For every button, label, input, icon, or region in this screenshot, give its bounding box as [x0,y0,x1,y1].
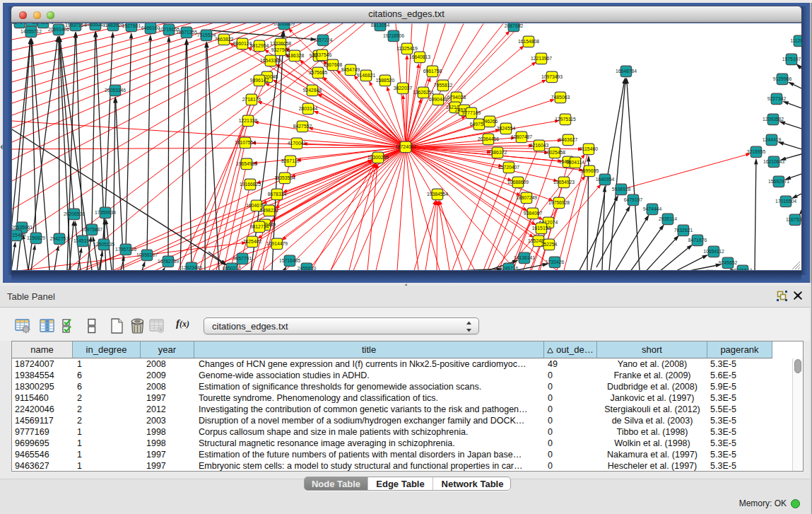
svg-text:19654923: 19654923 [553,180,574,185]
svg-text:14136141: 14136141 [513,255,534,260]
svg-text:15720407: 15720407 [498,165,519,170]
svg-text:16640813: 16640813 [408,54,430,59]
svg-text:19166825: 19166825 [239,182,260,187]
svg-text:1575107: 1575107 [782,57,801,62]
svg-text:2803144: 2803144 [298,106,317,111]
svg-text:10975887: 10975887 [81,227,102,232]
svg-text:5938928: 5938928 [611,187,630,192]
svg-text:1145194: 1145194 [73,238,92,243]
svg-text:12093582: 12093582 [762,117,783,122]
svg-text:7663822: 7663822 [214,37,233,42]
svg-text:9804114: 9804114 [566,160,584,165]
svg-text:3824554: 3824554 [496,126,515,131]
svg-text:6479197: 6479197 [623,197,642,202]
svg-text:9812734: 9812734 [249,224,269,229]
svg-text:9129966: 9129966 [772,76,792,81]
svg-text:7632621: 7632621 [673,228,693,233]
svg-text:16033809: 16033809 [273,23,294,26]
svg-text:746266: 746266 [481,119,498,124]
svg-text:10807487: 10807487 [510,134,531,139]
svg-text:8912954: 8912954 [249,43,269,48]
svg-text:9699695: 9699695 [579,168,599,173]
svg-text:16210643: 16210643 [763,159,784,164]
svg-text:19937154: 19937154 [64,23,86,28]
svg-text:9337546: 9337546 [312,52,331,57]
svg-text:4170041: 4170041 [287,141,306,146]
svg-text:18300295: 18300295 [367,155,388,160]
svg-text:12975115: 12975115 [555,117,576,122]
svg-text:6466160: 6466160 [141,25,160,30]
svg-text:15716485: 15716485 [278,258,300,263]
svg-text:11483920: 11483920 [102,23,124,28]
svg-text:8186328: 8186328 [285,53,304,58]
svg-text:17359934: 17359934 [94,210,115,215]
svg-text:6794028: 6794028 [447,95,466,100]
svg-text:2367608: 2367608 [323,62,342,67]
svg-text:19756928: 19756928 [548,200,569,205]
svg-text:9384067: 9384067 [523,211,542,216]
svg-text:6990448: 6990448 [428,97,447,102]
svg-text:12213967: 12213967 [530,56,551,61]
svg-text:5498222: 5498222 [259,208,278,213]
svg-text:2718176: 2718176 [242,97,261,102]
svg-text:16648784: 16648784 [615,69,636,74]
svg-text:9146821: 9146821 [356,73,375,78]
svg-text:8427552: 8427552 [293,124,312,129]
svg-text:2942757: 2942757 [49,236,69,241]
svg-text:8813054: 8813054 [370,23,389,28]
svg-text:6216043: 6216043 [529,143,548,148]
svg-text:2455810: 2455810 [297,266,316,270]
svg-text:10688609: 10688609 [507,180,528,185]
svg-text:10654112: 10654112 [703,249,724,254]
svg-text:7345512: 7345512 [733,268,752,270]
svg-text:10958107: 10958107 [136,252,157,257]
svg-text:20712345: 20712345 [32,23,53,25]
svg-text:10025458: 10025458 [543,150,565,155]
svg-text:3575685: 3575685 [308,70,327,75]
svg-text:12505135: 12505135 [93,242,114,247]
svg-text:11325419: 11325419 [396,46,418,51]
svg-text:8454749: 8454749 [341,67,360,72]
svg-text:20691406: 20691406 [47,27,69,32]
svg-text:11353594: 11353594 [274,175,295,180]
svg-text:16154808: 16154808 [517,39,539,44]
svg-text:17957225: 17957225 [114,247,136,252]
svg-text:1640954: 1640954 [595,177,614,182]
svg-text:1221338: 1221338 [238,118,257,123]
svg-text:1615152: 1615152 [531,226,551,230]
svg-text:9463627: 9463627 [558,137,577,142]
svg-text:16782759: 16782759 [157,259,178,264]
svg-text:8850217: 8850217 [222,266,241,270]
svg-text:16671355: 16671355 [175,30,196,35]
svg-text:9115460: 9115460 [579,146,598,151]
svg-text:1733426: 1733426 [545,259,564,264]
svg-text:252254: 252254 [541,242,557,247]
svg-text:7625402: 7625402 [242,239,261,244]
svg-text:16543382: 16543382 [259,58,281,63]
svg-text:18807249: 18807249 [515,195,536,200]
svg-text:1167533: 1167533 [786,217,801,222]
svg-text:9896142: 9896142 [249,78,269,83]
svg-text:7515524: 7515524 [196,33,216,37]
svg-text:9245652: 9245652 [718,260,737,265]
svg-text:17016504: 17016504 [775,199,796,204]
svg-text:10973493: 10973493 [541,74,562,79]
svg-text:2087682: 2087682 [504,23,523,28]
svg-text:8471676: 8471676 [688,238,707,243]
svg-text:9227342: 9227342 [767,96,786,101]
svg-text:6961758: 6961758 [423,69,442,74]
svg-text:12923448: 12923448 [180,265,201,270]
svg-text:9474444: 9474444 [642,206,661,211]
svg-text:9777169: 9777169 [461,110,481,115]
svg-text:1244419: 1244419 [762,137,781,142]
svg-text:16107554: 16107554 [234,140,255,145]
svg-text:8678334: 8678334 [267,192,286,197]
svg-text:1527601: 1527601 [122,23,141,28]
svg-text:9242848: 9242848 [302,88,322,93]
svg-text:20206536: 20206536 [63,211,84,216]
svg-text:9245716: 9245716 [499,266,518,270]
svg-text:7485063: 7485063 [551,95,570,100]
svg-text:13626251: 13626251 [412,90,433,95]
svg-text:9457791: 9457791 [233,256,252,261]
svg-text:19384554: 19384554 [426,192,447,197]
